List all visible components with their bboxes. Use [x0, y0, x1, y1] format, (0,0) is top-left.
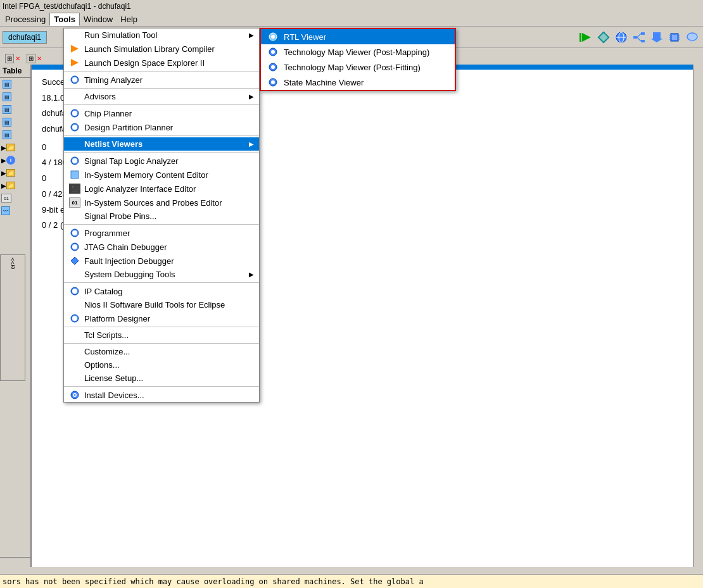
svg-marker-24: [71, 59, 79, 66]
submenu-tech-map-fitting[interactable]: Technology Map Viewer (Post-Fitting): [261, 59, 455, 75]
sidebar-item-3[interactable]: ▤: [0, 103, 30, 116]
ip-catalog-label: IP Catalog: [84, 287, 254, 296]
run-sim-label: Run Simulation Tool: [84, 30, 245, 40]
project-tab[interactable]: dchufaqi1: [3, 31, 47, 44]
menu-item-nios[interactable]: Nios II Software Build Tools for Eclipse: [64, 298, 259, 311]
svg-rect-33: [71, 171, 79, 178]
menu-item-chip-planner[interactable]: Chip Planner: [64, 106, 259, 120]
toolbar-diamond-btn[interactable]: [595, 29, 612, 46]
svg-marker-38: [71, 257, 79, 265]
netlist-arrow: ▶: [249, 141, 254, 147]
fault-injection-label: Fault Injection Debugger: [84, 256, 254, 266]
menu-item-jtag[interactable]: JTAG Chain Debugger: [64, 240, 259, 254]
menu-sep-10: [64, 386, 259, 387]
svg-point-28: [72, 111, 77, 116]
menu-help[interactable]: Help: [117, 13, 141, 25]
svg-rect-7: [633, 36, 637, 39]
menu-item-in-system-memory[interactable]: In-System Memory Content Editor: [64, 168, 259, 182]
sidebar-item-folder-2[interactable]: ▶ 📁: [0, 166, 30, 179]
menu-item-programmer[interactable]: Programmer: [64, 226, 259, 240]
toolbar-download-btn[interactable]: [649, 29, 665, 46]
menu-processing[interactable]: Processing: [1, 13, 49, 25]
panel-close-2[interactable]: ✕: [37, 55, 42, 62]
sidebar-items: ▤ ▤ ▤ ▤ ▤ ▶ 📁: [0, 78, 30, 217]
toolbar-run-btn[interactable]: [578, 29, 594, 46]
submenu-state-machine[interactable]: State Machine Viewer: [261, 75, 455, 90]
arrow-icon-3: ▶: [1, 170, 6, 177]
svg-point-42: [72, 316, 77, 321]
menu-item-options[interactable]: Options...: [64, 358, 259, 372]
menu-item-launch-design-space[interactable]: Launch Design Space Explorer II: [64, 56, 259, 70]
timing-label: Timing Analyzer: [84, 75, 254, 85]
tools-dropdown: Run Simulation Tool ▶ Launch Simulation …: [63, 28, 260, 403]
sidebar-item-num[interactable]: 01: [0, 192, 30, 204]
sidebar-item-1[interactable]: ▤: [0, 78, 30, 91]
license-label: License Setup...: [84, 373, 254, 383]
sidebar-item-2[interactable]: ▤: [0, 91, 30, 103]
menu-item-netlist-viewers[interactable]: Netlist Viewers ▶: [64, 137, 259, 151]
menu-sep-6: [64, 224, 259, 225]
menu-item-run-simulation[interactable]: Run Simulation Tool ▶: [64, 28, 259, 42]
menu-item-signal-probe[interactable]: Signal Probe Pins...: [64, 210, 259, 223]
toolbar-chip-btn[interactable]: [666, 29, 683, 46]
menu-item-install-devices[interactable]: Install Devices...: [64, 388, 259, 402]
toolbar-globe-btn[interactable]: [613, 29, 630, 46]
menu-item-tcl[interactable]: Tcl Scripts...: [64, 328, 259, 342]
sidebar-item-signal[interactable]: 〰: [0, 204, 30, 217]
design-partition-label: Design Partition Planner: [84, 123, 254, 132]
svg-point-26: [72, 77, 77, 82]
sidebar-scrollbar[interactable]: [0, 557, 30, 567]
submenu-rtl-viewer[interactable]: RTL Viewer: [261, 29, 455, 44]
tech-map-fitting-label: Technology Map Viewer (Post-Fitting): [284, 63, 421, 72]
system-debugging-label: System Debugging Tools: [84, 270, 245, 279]
svg-line-10: [637, 34, 641, 37]
panel-toggle-1[interactable]: ⊞: [5, 54, 14, 63]
menu-item-license[interactable]: License Setup...: [64, 372, 259, 385]
menu-item-ip-catalog[interactable]: IP Catalog: [64, 284, 259, 298]
title-bar: Intel FPGA_test/dchufaqi1 - dchufaqi1: [0, 0, 703, 13]
tech-map-mapping-label: Technology Map Viewer (Post-Mapping): [284, 47, 429, 57]
project-tab-label: dchufaqi1: [8, 33, 41, 42]
toolbar-chat-btn[interactable]: [684, 29, 700, 46]
menu-item-launch-sim-lib[interactable]: Launch Simulation Library Compiler: [64, 42, 259, 56]
tcl-label: Tcl Scripts...: [84, 330, 254, 340]
menu-item-in-system-sources[interactable]: 01 In-System Sources and Probes Editor: [64, 196, 259, 210]
nios-label: Nios II Software Build Tools for Eclipse: [84, 300, 254, 310]
svg-rect-8: [641, 32, 645, 35]
sidebar-item-5[interactable]: ▤: [0, 128, 30, 141]
jtag-icon: [69, 242, 80, 252]
menu-item-fault-injection[interactable]: Fault Injection Debugger: [64, 254, 259, 268]
menu-item-timing[interactable]: Timing Analyzer: [64, 73, 259, 87]
right-scrollbar[interactable]: [693, 65, 703, 567]
menu-tools[interactable]: Tools: [49, 13, 80, 26]
sidebar-item-folder-3[interactable]: ▶ 📁: [0, 179, 30, 192]
timing-icon: [69, 75, 80, 85]
sidebar-item-4[interactable]: ▤: [0, 116, 30, 128]
panel-toggle-2[interactable]: ⊞: [27, 54, 35, 63]
menu-window[interactable]: Window: [80, 13, 117, 25]
folder-icon-2: 📁: [6, 169, 15, 177]
state-machine-label: State Machine Viewer: [284, 78, 364, 87]
menu-item-design-partition[interactable]: Design Partition Planner: [64, 120, 259, 134]
system-debugging-arrow: ▶: [249, 271, 254, 278]
toolbar-network-btn[interactable]: [631, 29, 647, 46]
arrow-icon-2: ▶: [1, 157, 6, 164]
logic-analyzer-label: Logic Analyzer Interface Editor: [84, 184, 254, 194]
menu-sep-2: [64, 88, 259, 89]
menu-item-system-debugging[interactable]: System Debugging Tools ▶: [64, 268, 259, 281]
menu-item-platform-designer[interactable]: Platform Designer: [64, 311, 259, 325]
menu-item-customize[interactable]: Customize...: [64, 345, 259, 358]
svg-line-11: [637, 37, 641, 41]
menu-item-logic-analyzer[interactable]: ⬛ Logic Analyzer Interface Editor: [64, 182, 259, 196]
submenu-tech-map-mapping[interactable]: Technology Map Viewer (Post-Mapping): [261, 44, 455, 59]
menu-sep-8: [64, 327, 259, 327]
menu-sep-1: [64, 71, 259, 72]
sidebar-item-arrow-1[interactable]: ▶ i: [0, 154, 30, 166]
menu-item-signal-tap[interactable]: Signal Tap Logic Analyzer: [64, 154, 259, 168]
platform-designer-icon: [69, 313, 80, 323]
panel-close-1[interactable]: ✕: [15, 55, 20, 62]
svg-point-45: [74, 394, 76, 396]
menu-item-advisors[interactable]: Advisors ▶: [64, 90, 259, 103]
design-partition-icon: [69, 122, 80, 132]
sidebar-item-folder-1[interactable]: ▶ 📁: [0, 141, 30, 154]
